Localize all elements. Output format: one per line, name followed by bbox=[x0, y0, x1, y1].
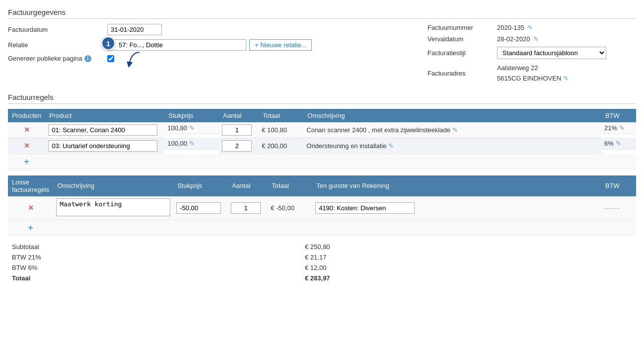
add-plus-icon: + bbox=[24, 157, 29, 166]
rekening-input[interactable] bbox=[315, 202, 415, 214]
btw-2-value: 6% bbox=[604, 140, 614, 147]
add-losse-button[interactable]: + bbox=[25, 222, 36, 233]
totaal-label: Totaal bbox=[8, 273, 87, 283]
factuurdatum-label: Factuurdatum bbox=[8, 26, 107, 33]
btw21-label: BTW 21% bbox=[8, 252, 87, 262]
relatie-label: Relatie bbox=[8, 41, 107, 49]
stukprijs-2-edit-icon[interactable]: ✎ bbox=[189, 140, 195, 147]
col-losse-btw: BTW bbox=[601, 175, 636, 196]
losse-btw-value: ------ bbox=[604, 204, 620, 212]
add-losse-row: + bbox=[8, 220, 636, 235]
col-product: Product bbox=[45, 109, 164, 122]
factuuradres-line1: Aalsterweg 22 bbox=[497, 63, 569, 74]
delete-losse-1-button[interactable]: ✕ bbox=[26, 203, 35, 212]
col-losse-aantal: Aantal bbox=[228, 175, 268, 196]
omschrijving-1-value: Conan scanner 2400 , met extra zijwielin… bbox=[306, 126, 450, 134]
losse-aantal-input[interactable] bbox=[231, 202, 261, 214]
delete-x-icon-2: ✕ bbox=[24, 142, 30, 149]
delete-product-1-button[interactable]: ✕ bbox=[22, 125, 31, 134]
summary-table: Subtotaal € 250,80 BTW 21% € 21,17 BTW 6… bbox=[8, 242, 636, 283]
factuuradres-line2: 5615CG EINDHOVEN ✎ bbox=[497, 74, 569, 84]
btw-1-value: 21% bbox=[604, 124, 617, 132]
factuurnummer-edit-icon[interactable]: ✎ bbox=[527, 24, 533, 31]
col-btw: BTW bbox=[601, 109, 636, 122]
summary-subtotaal-row: Subtotaal € 250,80 bbox=[8, 242, 636, 252]
delete-x-icon: ✕ bbox=[24, 126, 30, 133]
aantal-1-input[interactable] bbox=[222, 124, 252, 136]
factuurstijl-label: Facturatiestijl bbox=[428, 49, 497, 57]
col-totaal: Totaal bbox=[259, 109, 303, 122]
col-losse-stukprijs: Stukprijs bbox=[173, 175, 228, 196]
btw21-value: € 21,17 bbox=[301, 252, 527, 262]
add-product-button[interactable]: + bbox=[21, 156, 32, 167]
genereer-label: Genereer publieke pagina i bbox=[8, 55, 107, 62]
factuurstijl-select[interactable]: Standaard factuursjabloon bbox=[497, 47, 606, 59]
omschrijving-2-value: Ondersteuning en installatie bbox=[306, 142, 386, 150]
subtotaal-spacer2 bbox=[207, 242, 261, 252]
losse-omschrijving-input[interactable]: Maatwerk korting bbox=[56, 198, 170, 216]
delete-x-losse-icon: ✕ bbox=[28, 204, 34, 211]
factuurdatum-input[interactable] bbox=[107, 24, 162, 35]
product-row-1: ✕ 100,80 ✎ € 100,80 Conan s bbox=[8, 122, 636, 138]
btw-1-edit-icon[interactable]: ✎ bbox=[619, 124, 625, 132]
vervaldatum-label: Vervaldatum bbox=[428, 35, 497, 43]
btw6-label: BTW 6% bbox=[8, 262, 87, 273]
factuuradres-edit-icon[interactable]: ✎ bbox=[563, 75, 569, 82]
stukprijs-2-value: 100,00 bbox=[167, 140, 187, 147]
col-rekening: Ten gunste van Rekening bbox=[312, 175, 601, 196]
omschrijving-1-edit-icon[interactable]: ✎ bbox=[452, 126, 458, 134]
add-losse-plus-icon: + bbox=[28, 223, 33, 232]
subtotaal-label: Subtotaal bbox=[8, 242, 87, 252]
arrow-indicator bbox=[127, 50, 152, 75]
subtotaal-spacer bbox=[87, 242, 207, 252]
losse-stukprijs-input[interactable] bbox=[176, 202, 221, 214]
new-relatie-button[interactable]: + Nieuwe relatie... bbox=[249, 39, 312, 51]
summary-btw21-row: BTW 21% € 21,17 bbox=[8, 252, 636, 262]
genereer-checkbox[interactable] bbox=[107, 55, 114, 62]
delete-product-2-button[interactable]: ✕ bbox=[22, 141, 31, 150]
products-table: Producten Product Stukprijs Aantal Totaa… bbox=[8, 109, 636, 170]
stukprijs-1-value: 100,80 bbox=[167, 124, 187, 132]
totaal-value: € 283,97 bbox=[301, 273, 527, 283]
totaal-2-value: € 200,00 bbox=[259, 138, 303, 154]
losse-table: Losse factuurregels Omschrijving Stukpri… bbox=[8, 175, 636, 236]
losse-row-1: ✕ Maatwerk korting € -50,00 bbox=[8, 196, 636, 220]
col-losse-totaal: Totaal bbox=[268, 175, 312, 196]
losse-totaal-value: € -50,00 bbox=[268, 196, 312, 220]
col-producten: Producten bbox=[8, 109, 45, 122]
btw-2-edit-icon[interactable]: ✎ bbox=[616, 140, 621, 147]
omschrijving-2-edit-icon[interactable]: ✎ bbox=[388, 142, 394, 150]
summary-btw6-row: BTW 6% € 12,00 bbox=[8, 262, 636, 273]
aantal-2-input[interactable] bbox=[222, 140, 252, 152]
product-2-input[interactable] bbox=[48, 140, 157, 152]
stukprijs-1-edit-icon[interactable]: ✎ bbox=[189, 124, 195, 132]
section2-title: Factuurregels bbox=[8, 93, 636, 104]
factuurnummer-value: 2020-135 bbox=[497, 24, 524, 31]
vervaldatum-edit-icon[interactable]: ✎ bbox=[533, 35, 539, 43]
section1-title: Factuurgegevens bbox=[8, 8, 636, 19]
factuuradres-label: Factuuradres bbox=[428, 70, 497, 77]
subtotaal-value: € 250,80 bbox=[301, 242, 527, 252]
relatie-input[interactable] bbox=[107, 39, 246, 51]
product-row-2: ✕ 100,00 ✎ € 200,00 Onderst bbox=[8, 138, 636, 154]
col-omschrijving: Omschrijving bbox=[303, 109, 601, 122]
vervaldatum-value: 28-02-2020 bbox=[497, 35, 530, 43]
summary-totaal-row: Totaal € 283,97 bbox=[8, 273, 636, 283]
badge-1: 1 bbox=[101, 36, 115, 50]
factuurnummer-label: Factuurnummer bbox=[428, 24, 497, 31]
col-aantal: Aantal bbox=[219, 109, 259, 122]
product-1-input[interactable] bbox=[48, 124, 157, 136]
subtotaal-spacer3 bbox=[261, 242, 301, 252]
info-icon[interactable]: i bbox=[84, 55, 91, 62]
col-losse-omschrijving: Omschrijving bbox=[53, 175, 173, 196]
totaal-1-value: € 100,80 bbox=[259, 122, 303, 138]
col-losse: Losse factuurregels bbox=[8, 175, 53, 196]
btw6-value: € 12,00 bbox=[301, 262, 527, 273]
add-product-row: + bbox=[8, 154, 636, 169]
col-stukprijs: Stukprijs bbox=[164, 109, 219, 122]
